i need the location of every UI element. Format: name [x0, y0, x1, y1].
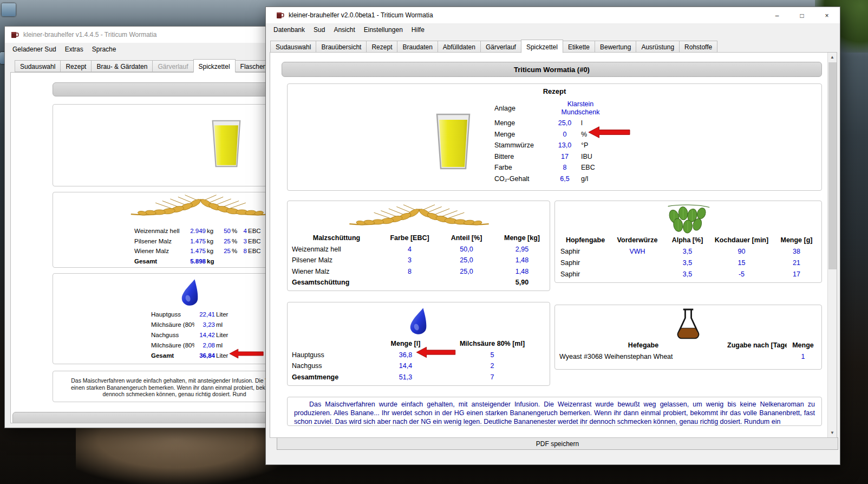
- scroll-down-icon[interactable]: ▼: [828, 428, 837, 437]
- hop-menge: 21: [773, 257, 820, 269]
- v1-tabstrip: Sudauswahl Rezept Brau- & Gärdaten Gärve…: [15, 59, 285, 72]
- yeast-box: HefegabeZugabe nach [Tage]Menge Wyeast #…: [554, 305, 822, 370]
- hop-kochdauer: 15: [710, 257, 773, 269]
- field-label: Bittere: [494, 151, 549, 163]
- malt-name: Pilsener Malz: [292, 255, 381, 266]
- tab-brau-gaerdaten[interactable]: Brau- & Gärdaten: [91, 60, 153, 72]
- tab-spickzettel[interactable]: Spickzettel: [193, 59, 236, 73]
- hop-name: Saphir: [560, 246, 610, 257]
- v2-content-panel: Triticum Wormatia (#0) Rezept Anlage Kla…: [270, 52, 837, 438]
- menu-einstellungen[interactable]: Einstellungen: [360, 24, 407, 35]
- menu-ansicht[interactable]: Ansicht: [329, 24, 359, 35]
- total-label: Gesamt: [151, 351, 194, 361]
- field-value: 6,5: [549, 173, 581, 185]
- recipe-row: Farbe8EBC: [494, 162, 673, 173]
- menu-hilfe[interactable]: Hilfe: [407, 24, 429, 35]
- malt-menge: 1.475: [187, 236, 206, 247]
- v1-bottom-bar[interactable]: [12, 412, 301, 423]
- tab-spickzettel[interactable]: Spickzettel: [521, 40, 563, 53]
- unit: %: [232, 226, 239, 236]
- v2-titlebar[interactable]: kleiner-brauhelfer v2.0.0beta1 - Triticu…: [266, 7, 840, 23]
- total-label: Gesamt: [134, 256, 186, 267]
- total-value: 51,3: [373, 372, 438, 383]
- field-value: 25,0: [549, 118, 581, 129]
- tab-rezept[interactable]: Rezept: [366, 41, 397, 53]
- anlage-value: Mundschenk: [549, 108, 612, 117]
- recipe-row: Bittere17IBU: [494, 151, 673, 163]
- page-title: Triticum Wormatia (#0): [282, 62, 822, 77]
- scrollbar[interactable]: ▲ ▼: [827, 53, 837, 437]
- unit: Liter: [216, 330, 238, 340]
- hop-vwh: [610, 269, 664, 280]
- malt-menge: 1.475: [187, 246, 206, 256]
- close-button[interactable]: ×: [814, 8, 839, 23]
- hop-vwh: VWH: [610, 246, 664, 257]
- water-menge: 14,4: [373, 360, 438, 372]
- pdf-speichern-button[interactable]: PDF speichern: [277, 437, 838, 450]
- menu-sprache[interactable]: Sprache: [88, 44, 121, 55]
- recipe-values: Anlage KlarsteinMundschenk Menge25,0l Me…: [494, 99, 673, 184]
- desktop-icon[interactable]: [2, 3, 16, 16]
- kbh-v1-window: kleiner-brauhelfer v1.4.4.5 - Triticum W…: [4, 26, 308, 428]
- tab-brauuebersicht[interactable]: Brauübersicht: [316, 41, 367, 53]
- malt-name: Weizenmalz hell: [292, 244, 381, 255]
- tab-gaerverlauf[interactable]: Gärverlauf: [480, 41, 521, 53]
- unit: EBC: [581, 162, 614, 173]
- malt-menge: 2,95: [495, 244, 549, 255]
- maximize-button[interactable]: □: [789, 8, 814, 23]
- column-header: Anteil [%]: [438, 233, 495, 244]
- v1-titlebar[interactable]: kleiner-brauhelfer v1.4.4.5 - Triticum W…: [5, 27, 307, 43]
- total-value: 36,84: [195, 351, 215, 361]
- menu-extras[interactable]: Extras: [61, 44, 88, 55]
- unit: g/l: [581, 173, 614, 185]
- tab-ausruestung[interactable]: Ausrüstung: [636, 41, 680, 53]
- unit: kg: [207, 256, 219, 267]
- unit: %: [232, 236, 239, 247]
- field-label: Menge: [494, 118, 549, 129]
- menu-sud[interactable]: Sud: [309, 24, 329, 35]
- field-label: Menge: [494, 129, 549, 140]
- malt-anteil: 25,0: [438, 266, 495, 278]
- tab-abfuelldaten[interactable]: Abfülldaten: [438, 41, 481, 53]
- v1-recipe-box: [53, 104, 296, 186]
- v1-water-table: Hauptguss22,41Liter Milchsäure (80%)3,23…: [151, 309, 238, 361]
- comment-line: Das Maischverfahren wurde einfach gehalt…: [53, 377, 296, 384]
- unit: EBC: [248, 226, 264, 236]
- v2-tabstrip: Sudauswahl Brauübersicht Rezept Braudate…: [270, 40, 717, 53]
- malt-anteil: 50: [220, 226, 231, 236]
- field-label: Anlage: [494, 99, 549, 118]
- malt-farbe: 4: [381, 244, 438, 255]
- tab-rezept[interactable]: Rezept: [60, 60, 92, 72]
- total-label: Gesamtmenge: [292, 372, 373, 383]
- recipe-heading: Rezept: [288, 87, 821, 95]
- unit: kg: [207, 246, 219, 256]
- tab-etikette[interactable]: Etikette: [563, 41, 595, 53]
- water-milchsaeure: 2: [438, 360, 546, 372]
- tab-sudauswahl[interactable]: Sudauswahl: [270, 41, 316, 53]
- unit: EBC: [248, 236, 264, 247]
- malt-table: MalzschüttungFarbe [EBC]Anteil [%]Menge …: [292, 233, 549, 288]
- malt-anteil: 25: [220, 246, 231, 256]
- field-value: 17: [549, 151, 581, 163]
- total-value: 7: [438, 372, 546, 383]
- scrollbar-thumb[interactable]: [828, 62, 837, 269]
- scroll-up-icon[interactable]: ▲: [828, 53, 837, 62]
- tab-bewertung[interactable]: Bewertung: [595, 41, 636, 53]
- v1-malt-table: Weizenmalz hell2.949kg50%4EBC Pilsener M…: [134, 226, 264, 266]
- v1-menubar: Geladener Sud Extras Sprache: [5, 43, 307, 55]
- comment-line: einen starken Bananengeruch bemerken. We…: [53, 384, 296, 391]
- malt-menge: 1,48: [495, 255, 549, 266]
- unit: ml: [216, 320, 238, 330]
- minimize-button[interactable]: –: [765, 8, 789, 23]
- beer-glass-icon: [212, 113, 241, 174]
- tab-braudaten[interactable]: Braudaten: [397, 41, 438, 53]
- menu-geladener-sud[interactable]: Geladener Sud: [8, 44, 61, 55]
- tab-sudauswahl[interactable]: Sudauswahl: [15, 60, 61, 72]
- yeast-zugabe: [727, 351, 787, 363]
- comment-box: Das Maischverfahren wurde einfach gehalt…: [287, 397, 822, 426]
- beer-mug-icon: [276, 11, 284, 20]
- v1-comment-box: Das Maischverfahren wurde einfach gehalt…: [53, 371, 296, 402]
- menu-datenbank[interactable]: Datenbank: [269, 24, 309, 35]
- v1-section-header-bar: [53, 82, 293, 96]
- tab-rohstoffe[interactable]: Rohstoffe: [679, 41, 717, 53]
